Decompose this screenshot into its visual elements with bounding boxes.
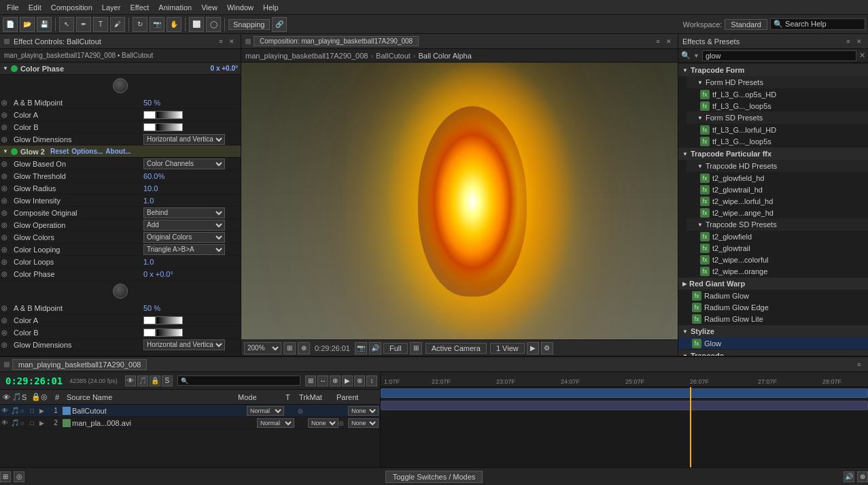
trapcode-header[interactable]: ▼ Trapcode [678,350,868,356]
search-help-input[interactable]: 🔍 Search Help [770,18,865,30]
mask-btn[interactable]: ⬜ [189,17,204,32]
trapcode-particular-header[interactable]: ▼ Trapcode Particular ffx [678,148,868,160]
radium-glow-lite[interactable]: fx Radium Glow Lite [678,313,868,324]
grid-btn[interactable]: ⊞ [410,342,422,354]
tp-sd-header[interactable]: ▼ Trapcode SD Presets [687,218,868,231]
footer-btn-3[interactable]: 🔊 [844,471,854,482]
tf-l3-op5s-hd[interactable]: fx tf_L3_G...op5s_HD [687,88,868,100]
layer-trkmat-icon-1[interactable]: ◎ [298,407,307,414]
color-looping-select[interactable]: Triangle A>B>A [143,244,225,255]
threshold-value[interactable]: 60.0% [143,172,239,180]
about-btn[interactable]: About... [105,148,131,155]
menu-composition[interactable]: Composition [47,2,97,13]
settings-btn[interactable]: ⚙ [541,342,553,354]
layer-expand-2[interactable]: ▶ [39,420,49,427]
rotate-tool[interactable]: ↻ [133,17,147,32]
t2-wipe-ange-hd[interactable]: fx t2_wipe...ange_hd [687,207,868,218]
ep-menu-btn[interactable]: ≡ [844,37,853,46]
color-a-gradient-1[interactable] [156,111,183,119]
glow-radius-value[interactable]: 10.0 [143,184,239,193]
breadcrumb-layer[interactable]: BallCutout [376,52,411,60]
open-btn[interactable]: 📂 [20,17,35,32]
layer-trkmat-icon-2[interactable]: ◎ [338,420,348,427]
breadcrumb-comp[interactable]: man_playing_basketball17A290_008 [245,52,368,60]
footer-btn-2[interactable]: ◎ [14,471,24,482]
zoom-select[interactable]: 200% 100% 50% [244,342,281,354]
comp-menu-btn[interactable]: ≡ [653,37,663,46]
form-hd-header[interactable]: ▼ Form HD Presets [687,76,868,88]
glow-intensity-value[interactable]: 1.0 [143,197,239,205]
effect-controls-scroll[interactable]: ▼ Color Phase 0 x +0.0° ◎ A & B Midpoint… [0,63,241,356]
view-select[interactable]: 1 View [490,343,525,354]
select-tool[interactable]: ↖ [59,17,74,32]
glow-colors-select[interactable]: Original Colors [143,232,225,243]
camera-tool[interactable]: 📷 [150,17,164,32]
shape-btn[interactable]: ◯ [206,17,221,32]
color-phase-section[interactable]: ▼ Color Phase 0 x +0.0° [0,63,241,75]
brush-tool[interactable]: 🖌 [110,17,125,32]
color-phase-knob-2[interactable] [113,284,128,299]
footer-btn-4[interactable]: ⊕ [857,471,868,482]
breadcrumb-track[interactable]: Ball Color Alpha [419,52,472,60]
radium-glow[interactable]: fx Radium Glow [678,290,868,301]
t2-glowtrail[interactable]: fx t2_glowtrail [687,242,868,254]
layer-mode-select-1[interactable]: Normal [247,406,284,416]
layer-parent-select-2[interactable]: None [348,418,379,428]
track-bar-1[interactable] [381,388,868,398]
options-btn[interactable]: Options... [71,148,103,155]
audio-btn[interactable]: 🎵 [137,375,148,386]
layer-trkmat-select-2[interactable]: None [308,418,338,428]
effect-controls-tab[interactable]: Effect Controls: BallCutout [14,37,213,46]
track-bar-2[interactable] [381,401,868,410]
color-b-swatch-1[interactable] [143,123,156,131]
effects-search-input[interactable] [702,50,856,61]
zoom-in-btn[interactable]: ⊕ [298,342,310,354]
layer-audio-2[interactable]: 🎵 [11,419,20,427]
new-project-btn[interactable]: 📄 [3,17,18,32]
panel-close-btn[interactable]: ✕ [227,37,237,46]
layer-row-2[interactable]: 👁 🎵 ○ □ ▶ 2 man_pla...008.avi Normal Non… [0,417,380,429]
tf-l3-lorful-hd[interactable]: fx tf_L3_G...lorful_HD [687,124,868,135]
eye-btn[interactable]: 👁 [125,375,136,386]
timeline-tab[interactable]: man_playing_basketball17A290_008 [12,359,147,370]
layer-eye-1[interactable]: 👁 [1,407,11,414]
menu-help[interactable]: Help [259,2,283,13]
tl-btn-1[interactable]: ⊞ [305,375,316,386]
playhead[interactable] [690,387,691,467]
t2-wipe-orange[interactable]: fx t2_wipe...orange [687,265,868,277]
comp-tab[interactable]: Composition: man_playing_basketball17A29… [254,36,419,46]
glow-item[interactable]: fx Glow [678,337,868,349]
layer-expand-1[interactable]: ▶ [39,407,49,414]
timeline-search[interactable] [190,377,297,384]
layer-parent-select-1[interactable]: None [348,406,379,416]
midpoint-value-2[interactable]: 50 % [143,304,239,312]
search-clear-btn[interactable]: ✕ [859,51,865,60]
snapping-icon[interactable]: 🔗 [272,17,287,32]
menu-effect[interactable]: Effect [126,2,153,13]
render-btn[interactable]: ▶ [527,342,539,354]
reset-btn[interactable]: Reset [50,148,69,155]
search-timeline-input[interactable]: 🔍 [177,375,300,386]
save-btn[interactable]: 💾 [37,17,52,32]
panel-menu-btn[interactable]: ≡ [216,37,226,46]
composition-viewport[interactable] [241,63,678,339]
menu-view[interactable]: View [197,2,222,13]
snapping-toggle[interactable]: Snapping [228,19,270,30]
glow-operation-select[interactable]: Add [143,220,225,231]
tf-l3-loop5s[interactable]: fx tf_L3_G..._loop5s [687,100,868,112]
color-phase-knob-1[interactable] [113,78,128,93]
tl-btn-4[interactable]: ▶ [342,375,353,386]
color-a-gradient-2[interactable] [156,316,183,324]
pen-tool[interactable]: ✒ [76,17,91,32]
camera-select[interactable]: Active Camera [426,343,487,354]
glow-dim-select-1[interactable]: Horizontal and Vertical [143,134,225,145]
layer-lock-2[interactable]: □ [30,420,39,427]
layer-solo-1[interactable]: ○ [20,407,30,414]
tl-btn-2[interactable]: ↔ [317,375,328,386]
menu-animation[interactable]: Animation [154,2,196,13]
t2-wipe-lorful-hd[interactable]: fx t2_wipe...lorful_hd [687,195,868,207]
stylize-header[interactable]: ▼ Stylize [678,325,868,337]
form-sd-header[interactable]: ▼ Form SD Presets [687,112,868,124]
tl-btn-5[interactable]: ⊗ [354,375,365,386]
t2-glowtrail-hd[interactable]: fx t2_glowtrail_hd [687,184,868,195]
